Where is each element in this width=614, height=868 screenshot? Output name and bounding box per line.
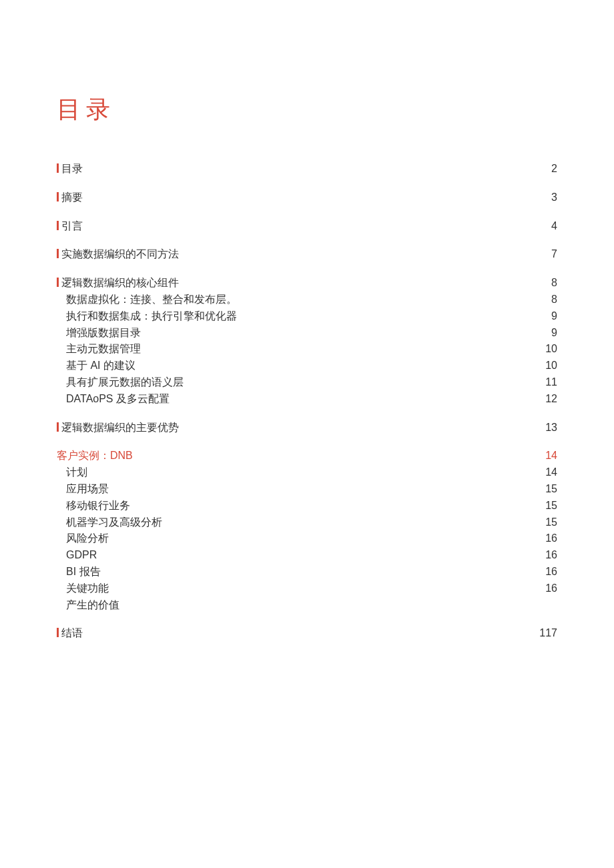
toc-label: 风险分析 bbox=[57, 530, 535, 547]
toc-row: 具有扩展元数据的语义层11 bbox=[57, 374, 557, 391]
toc-row: 数据虚拟化：连接、整合和发布层。8 bbox=[57, 292, 557, 308]
toc-label: 产生的价值 bbox=[57, 597, 535, 614]
toc-row: 逻辑数据编织的核心组件8 bbox=[57, 275, 557, 292]
toc-label: 机器学习及高级分析 bbox=[57, 514, 535, 531]
toc-label: 移动银行业务 bbox=[57, 498, 535, 514]
toc-page-number: 14 bbox=[535, 448, 557, 464]
toc-page-number: 2 bbox=[535, 161, 557, 177]
toc-section: 逻辑数据编织的主要优势13 bbox=[57, 420, 557, 436]
toc-row: DATAoPS 及多云配置12 bbox=[57, 391, 557, 408]
toc-page-number: 15 bbox=[535, 498, 557, 514]
toc-section: 结语117 bbox=[57, 625, 557, 642]
toc-page-number: 7 bbox=[535, 246, 557, 263]
accent-bar-icon bbox=[57, 249, 59, 258]
toc-page-number: 15 bbox=[535, 481, 557, 498]
toc-row: 实施数据编织的不同方法7 bbox=[57, 246, 557, 263]
accent-bar-icon bbox=[57, 628, 59, 637]
toc-label: 增强版数据目录 bbox=[57, 325, 535, 342]
toc-page-number: 117 bbox=[535, 625, 557, 642]
toc-page-number: 16 bbox=[535, 547, 557, 564]
toc-page-number: 16 bbox=[535, 580, 557, 597]
toc-section: 引言4 bbox=[57, 218, 557, 235]
toc-label: 逻辑数据编织的主要优势 bbox=[57, 420, 535, 436]
toc-label: 关键功能 bbox=[57, 580, 535, 597]
toc-row: 应用场景15 bbox=[57, 481, 557, 498]
toc-row: 风险分析16 bbox=[57, 530, 557, 547]
toc-row: 关键功能16 bbox=[57, 580, 557, 597]
accent-bar-icon bbox=[57, 163, 59, 173]
toc-label: 具有扩展元数据的语义层 bbox=[57, 374, 535, 391]
toc-label: 基于 AI 的建议 bbox=[57, 358, 535, 374]
toc-row: 机器学习及高级分析15 bbox=[57, 514, 557, 531]
toc-row: 主动元数据管理10 bbox=[57, 341, 557, 358]
toc-page-number: 8 bbox=[535, 275, 557, 292]
toc-label: 目录 bbox=[57, 161, 535, 177]
accent-bar-icon bbox=[57, 278, 59, 287]
toc-section: 逻辑数据编织的核心组件8数据虚拟化：连接、整合和发布层。8执行和数据集成：执行引… bbox=[57, 275, 557, 407]
toc-page-number: 15 bbox=[535, 514, 557, 531]
toc-page-number: 9 bbox=[535, 325, 557, 342]
toc-section: 摘要3 bbox=[57, 189, 557, 206]
toc-label: 主动元数据管理 bbox=[57, 341, 535, 358]
toc-label: GDPR bbox=[57, 547, 535, 564]
toc-title: 目录 bbox=[57, 93, 557, 126]
toc-label: 逻辑数据编织的核心组件 bbox=[57, 275, 535, 292]
toc-label: 数据虚拟化：连接、整合和发布层。 bbox=[57, 292, 535, 308]
toc-row: 增强版数据目录9 bbox=[57, 325, 557, 342]
toc-page-number: 3 bbox=[535, 189, 557, 206]
toc-section: 客户实例：DNB14计划14应用场景15移动银行业务15机器学习及高级分析15风… bbox=[57, 448, 557, 613]
toc-page-number: 8 bbox=[535, 292, 557, 308]
toc-page-number: 10 bbox=[535, 341, 557, 358]
toc-label: 摘要 bbox=[57, 189, 535, 206]
toc-row: 移动银行业务15 bbox=[57, 498, 557, 514]
toc-row: 逻辑数据编织的主要优势13 bbox=[57, 420, 557, 436]
toc-row: GDPR16 bbox=[57, 547, 557, 564]
toc-row: 引言4 bbox=[57, 218, 557, 235]
toc-label: 客户实例：DNB bbox=[57, 448, 535, 464]
toc-section: 实施数据编织的不同方法7 bbox=[57, 246, 557, 263]
toc-label: DATAoPS 及多云配置 bbox=[57, 391, 535, 408]
toc-page-number: 4 bbox=[535, 218, 557, 235]
toc-row: 基于 AI 的建议10 bbox=[57, 358, 557, 374]
toc-row: 目录2 bbox=[57, 161, 557, 177]
toc-label: 引言 bbox=[57, 218, 535, 235]
toc-page-number: 14 bbox=[535, 464, 557, 481]
accent-bar-icon bbox=[57, 192, 59, 201]
toc-row[interactable]: 客户实例：DNB14 bbox=[57, 448, 557, 464]
toc-row: 摘要3 bbox=[57, 189, 557, 206]
toc-label: BI 报告 bbox=[57, 564, 535, 580]
toc-page-number: 10 bbox=[535, 358, 557, 374]
accent-bar-icon bbox=[57, 221, 59, 230]
toc-label: 实施数据编织的不同方法 bbox=[57, 246, 535, 263]
toc-row: 计划14 bbox=[57, 464, 557, 481]
toc-section: 目录2 bbox=[57, 161, 557, 177]
toc-page-number: 16 bbox=[535, 530, 557, 547]
accent-bar-icon bbox=[57, 422, 59, 432]
toc-row: 产生的价值 bbox=[57, 597, 557, 614]
toc-container: 目录2摘要3引言4实施数据编织的不同方法7逻辑数据编织的核心组件8数据虚拟化：连… bbox=[57, 161, 557, 642]
toc-page-number: 11 bbox=[535, 374, 557, 391]
toc-page-number: 9 bbox=[535, 308, 557, 325]
toc-row: 结语117 bbox=[57, 625, 557, 642]
toc-row: BI 报告16 bbox=[57, 564, 557, 580]
toc-label: 结语 bbox=[57, 625, 535, 642]
toc-label: 计划 bbox=[57, 464, 535, 481]
toc-page-number: 13 bbox=[535, 420, 557, 436]
toc-label: 执行和数据集成：执行引擎和优化器 bbox=[57, 308, 535, 325]
toc-row: 执行和数据集成：执行引擎和优化器9 bbox=[57, 308, 557, 325]
toc-page-number: 12 bbox=[535, 391, 557, 408]
toc-page-number: 16 bbox=[535, 564, 557, 580]
toc-label: 应用场景 bbox=[57, 481, 535, 498]
